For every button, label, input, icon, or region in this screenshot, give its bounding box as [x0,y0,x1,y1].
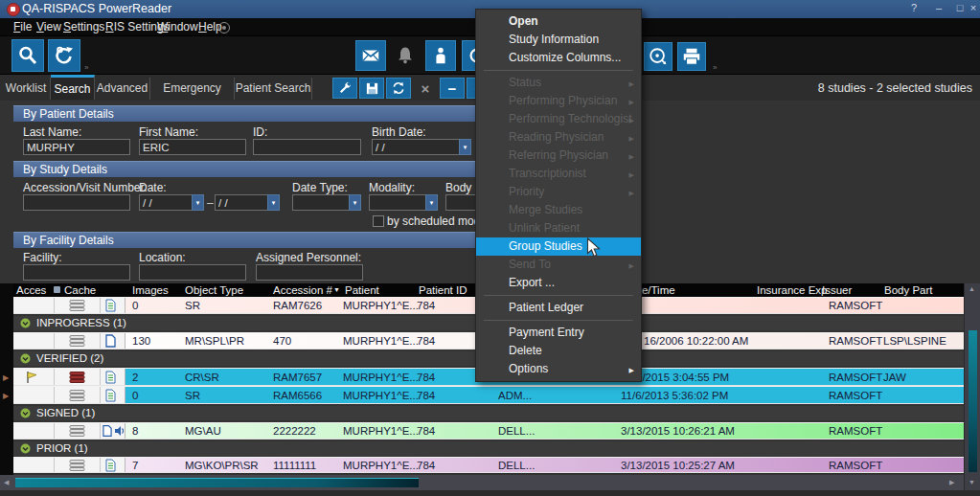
col-images[interactable]: Images [132,284,169,296]
scroll-up-icon[interactable]: ▲ [969,285,975,292]
scroll-down-icon[interactable]: ▼ [969,479,975,485]
cell-images: 2 [132,372,138,383]
study-count-status: 8 studies - 2 selected studies [613,81,972,95]
table-row[interactable]: 8 MG\AU 2222222 MURPHY1^E... 784 DELL...… [13,422,964,440]
tools-button[interactable] [332,78,357,99]
vertical-scrollbar[interactable]: ▲ ▼ [964,283,980,490]
col-object-type[interactable]: Object Type [185,284,243,296]
col-patient[interactable]: Patient [345,284,379,296]
burn-disc-button[interactable] [644,42,672,71]
menu-item-payment-entry[interactable]: Payment Entry [476,324,641,342]
menu-item-options[interactable]: Options▶ [476,360,641,378]
menu-item-study-information[interactable]: Study Information [476,31,641,49]
refresh-button[interactable] [386,78,411,99]
birth-date-dropdown-button[interactable]: ▼ [459,139,471,155]
help-button[interactable]: ? [906,2,922,13]
minimize-button[interactable]: – [931,2,946,13]
modality-dropdown-button[interactable]: ▼ [425,194,438,211]
col-body-part[interactable]: Body Part [884,284,933,296]
first-name-input[interactable] [139,139,246,155]
menubar-extra-icon[interactable] [218,22,230,34]
toolbar-overflow-icon[interactable]: » [84,63,88,72]
document-icon [105,299,116,312]
date-from-dropdown-button[interactable]: ▼ [192,194,204,211]
group-label: INPROGRESS (1) [36,316,126,330]
vertical-scroll-thumb[interactable] [969,330,977,472]
menu-window[interactable]: Window [157,20,198,34]
modality-select[interactable] [369,194,426,211]
close-button[interactable]: × [966,2,980,13]
patient-button[interactable] [425,40,456,71]
mail-button[interactable] [355,40,386,71]
menu-item-send-to: Send To▶ [476,256,641,274]
accession-input[interactable] [23,194,130,211]
search-button[interactable] [11,39,44,72]
toolbar-overflow-icon-2[interactable]: » [713,63,717,72]
col-cache[interactable]: Cache [64,284,96,296]
menu-item-delete[interactable]: Delete [476,342,641,360]
date-from-input[interactable] [139,194,193,211]
scroll-left-icon[interactable]: ◀ [4,479,9,486]
date-type-dropdown-button[interactable]: ▼ [349,194,361,211]
col-acces[interactable]: Acces [16,284,46,296]
table-row-selected[interactable]: 0 SR RAM6566 MURPHY1^E... 784 ADM... 11/… [13,386,964,404]
menu-view[interactable]: View [36,20,61,34]
tab-search[interactable]: Search [51,75,95,100]
clear-search-button[interactable]: × [413,78,438,99]
tab-advanced[interactable]: Advanced [95,78,150,100]
cell-issuer: RAMSOFT [829,390,882,401]
tab-worklist[interactable]: Worklist [2,78,51,100]
last-name-input[interactable] [23,139,130,155]
col-issuer[interactable]: Issuer [822,284,852,296]
submenu-arrow-icon: ▶ [629,166,634,184]
mail-icon [360,45,381,66]
cell-accession: 11111111 [273,460,316,471]
birth-date-input[interactable] [372,139,460,155]
menu-item-group-studies[interactable]: Group Studies [476,237,641,256]
group-header-prior[interactable]: PRIOR (1) [13,441,964,456]
minus-button[interactable]: − [440,78,465,99]
cell-object-type: SR [185,390,200,401]
reset-search-icon [53,44,76,67]
menu-item-customize-columns[interactable]: Customize Columns... [476,49,641,67]
menu-item-transcriptionist: Transcriptionist▶ [476,165,641,183]
menu-item-merge-studies: Merge Studies [476,201,641,219]
cell-body-part: LSP\LSPINE [883,335,946,347]
id-input[interactable] [253,139,361,155]
horizontal-scrollbar[interactable]: ◀ ▶ [0,475,964,490]
cache-stack-icon [69,389,85,401]
group-expand-icon [20,443,31,454]
menu-item-export[interactable]: Export ... [476,274,641,292]
date-type-select[interactable] [292,194,350,211]
col-insurance-exp[interactable]: Insurance Exp [757,284,828,296]
notifications-button[interactable] [390,40,421,71]
facility-input[interactable] [23,264,130,281]
table-row[interactable]: 7 MG\KO\PR\SR 11111111 MURPHY1^E... 784 … [13,457,964,473]
col-patient-id[interactable]: Patient ID [419,284,467,296]
reset-search-button[interactable] [48,39,80,72]
cell-body-part: JAW [883,372,906,383]
menu-file[interactable]: File [13,20,32,34]
menu-item-patient-ledger[interactable]: Patient Ledger [476,299,641,317]
date-to-input[interactable] [215,194,268,211]
tab-emergency-access[interactable]: Emergency Access [150,78,235,100]
horizontal-scroll-thumb[interactable] [15,478,419,487]
mouse-cursor [586,237,602,259]
cell-object-type: CR\SR [185,372,219,383]
menu-item-open[interactable]: Open [476,12,641,31]
date-to-dropdown-button[interactable]: ▼ [267,194,280,211]
cell-accession: 2222222 [273,425,316,437]
group-label: VERIFIED (2) [36,351,103,366]
col-accession[interactable]: Accession # [273,284,332,296]
print-button[interactable] [677,42,706,71]
group-header-signed[interactable]: SIGNED (1) [13,406,964,420]
save-button[interactable] [359,78,384,99]
scheduled-modality-checkbox[interactable] [373,215,384,227]
menu-settings[interactable]: Settings [63,20,104,34]
assigned-personnel-input[interactable] [256,264,363,281]
tab-patient-search[interactable]: Patient Search [235,78,312,100]
cell-patient-id: 784 [417,300,435,311]
scroll-right-icon[interactable]: ▶ [949,479,954,486]
location-input[interactable] [139,264,246,281]
cache-stack-icon [69,335,85,348]
